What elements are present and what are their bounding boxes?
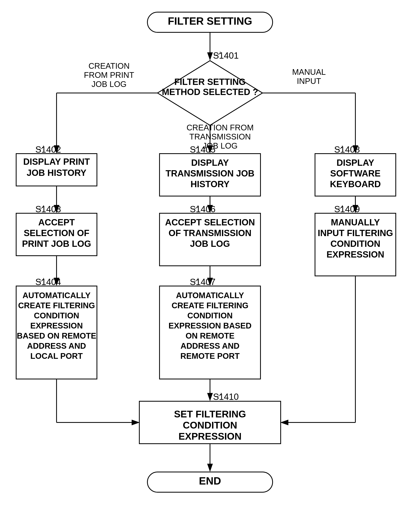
- display-transmission-job-label-1: DISPLAY: [191, 158, 229, 168]
- auto-create-local-port-label-4: EXPRESSION: [30, 321, 83, 330]
- set-filtering-label-1: SET FILTERING: [174, 409, 246, 419]
- accept-print-job-label-3: PRINT JOB LOG: [22, 239, 91, 249]
- display-transmission-job-label-2: TRANSMISSION JOB: [165, 168, 255, 178]
- flowchart-diagram: FILTER SETTING S1401 FILTER SETTING METH…: [0, 0, 420, 511]
- creation-print-label-2: FROM PRINT: [84, 70, 134, 79]
- auto-create-local-port-label-7: LOCAL PORT: [30, 351, 82, 360]
- manually-input-label-3: CONDITION: [330, 239, 380, 249]
- auto-create-remote-port-label-2: CREATE FILTERING: [172, 301, 248, 310]
- manually-input-label-1: MANUALLY: [331, 217, 380, 227]
- set-filtering-label-3: EXPRESSION: [179, 431, 241, 442]
- manual-input-label-1: MANUAL: [292, 68, 326, 76]
- manually-input-label-2: INPUT FILTERING: [318, 228, 393, 238]
- s1410-label: S1410: [213, 392, 239, 402]
- auto-create-remote-port-label-1: AUTOMATICALLY: [176, 291, 244, 300]
- auto-create-local-port-label-3: CONDITION: [34, 311, 79, 320]
- creation-transmission-label-2: TRANSMISSION: [189, 132, 251, 141]
- auto-create-remote-port-label-7: REMOTE PORT: [180, 351, 240, 360]
- display-software-keyboard-label-1: DISPLAY: [337, 158, 374, 168]
- manual-input-label-2: INPUT: [297, 77, 321, 85]
- accept-transmission-job-label-2: OF TRANSMISSION: [169, 228, 252, 238]
- auto-create-remote-port-label-3: CONDITION: [188, 311, 232, 320]
- display-print-job-label-1: DISPLAY PRINT: [23, 157, 90, 167]
- display-software-keyboard-label-2: SOFTWARE: [330, 168, 380, 178]
- auto-create-remote-port-label-4: EXPRESSION BASED: [168, 321, 251, 330]
- s1403-label: S1403: [35, 204, 61, 214]
- filter-setting-label: FILTER SETTING: [168, 15, 252, 27]
- end-label: END: [199, 475, 221, 487]
- s1405-label: S1405: [190, 145, 216, 155]
- creation-print-label-1: CREATION: [89, 62, 130, 70]
- creation-print-label-3: JOB LOG: [91, 80, 126, 89]
- accept-print-job-label-1: ACCEPT: [38, 217, 75, 227]
- display-print-job-label-2: JOB HISTORY: [27, 168, 86, 178]
- auto-create-local-port-label-1: AUTOMATICALLY: [22, 291, 90, 300]
- accept-transmission-job-label-1: ACCEPT SELECTION: [165, 217, 255, 227]
- set-filtering-label-2: CONDITION: [183, 420, 237, 431]
- s1402-label: S1402: [35, 145, 61, 155]
- s1401-label: S1401: [213, 51, 239, 61]
- auto-create-remote-port-label-5: ON REMOTE: [186, 331, 234, 340]
- filter-method-label-2: METHOD SELECTED ?: [162, 87, 258, 97]
- accept-transmission-job-label-3: JOB LOG: [190, 239, 230, 249]
- s1406-label: S1406: [190, 204, 216, 214]
- s1407-label: S1407: [190, 277, 216, 287]
- s1404-label: S1404: [35, 277, 61, 287]
- auto-create-remote-port-label-6: ADDRESS AND: [180, 341, 240, 350]
- filter-method-label-1: FILTER SETTING: [174, 77, 246, 87]
- s1409-label: S1409: [334, 204, 360, 214]
- creation-transmission-label-1: CREATION FROM: [187, 123, 254, 132]
- auto-create-local-port-label-6: ADDRESS AND: [27, 341, 86, 350]
- auto-create-local-port-label-5: BASED ON REMOTE: [17, 331, 96, 340]
- accept-print-job-label-2: SELECTION OF: [24, 228, 89, 238]
- auto-create-local-port-label-2: CREATE FILTERING: [18, 301, 95, 310]
- manually-input-label-4: EXPRESSION: [327, 249, 384, 259]
- display-transmission-job-label-3: HISTORY: [190, 179, 229, 189]
- display-software-keyboard-label-3: KEYBOARD: [330, 179, 381, 189]
- s1408-label: S1408: [334, 145, 360, 155]
